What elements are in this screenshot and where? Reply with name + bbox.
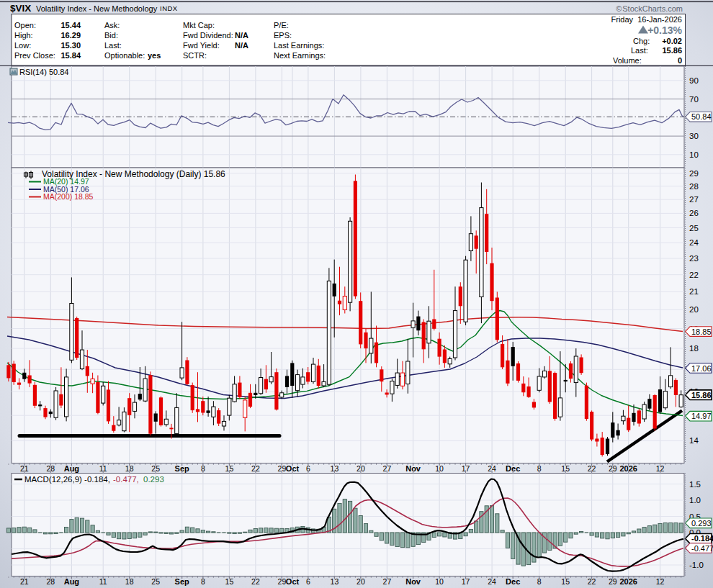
svg-text:15.86: 15.86: [691, 391, 712, 399]
svg-text:+0.02: +0.02: [662, 37, 682, 45]
svg-text:-0.184: -0.184: [691, 534, 713, 543]
svg-text:© StockCharts.com: © StockCharts.com: [616, 4, 683, 13]
svg-text:-1.0: -1.0: [689, 561, 704, 569]
svg-text:$VIX: $VIX: [10, 3, 31, 14]
svg-text:70: 70: [689, 95, 699, 104]
svg-text:22: 22: [689, 271, 699, 279]
svg-text:Volatility Index - New Methodo: Volatility Index - New Methodology: [36, 4, 158, 13]
svg-text:Ask:: Ask:: [104, 21, 120, 30]
svg-text:Bid:: Bid:: [104, 31, 118, 40]
svg-text:Last:: Last:: [104, 41, 122, 50]
svg-text:16.29: 16.29: [60, 31, 81, 40]
svg-text:-0.477: -0.477: [691, 544, 713, 553]
svg-text:MA(200) 18.85: MA(200) 18.85: [43, 192, 94, 201]
svg-text:15.86: 15.86: [662, 46, 682, 55]
svg-text:N/A: N/A: [235, 31, 248, 40]
svg-text:INDX: INDX: [160, 4, 178, 12]
svg-text:21: 21: [689, 287, 699, 296]
svg-text:29: 29: [689, 169, 699, 178]
svg-text:15.44: 15.44: [60, 21, 81, 30]
svg-text:23: 23: [689, 254, 699, 263]
svg-text:10: 10: [689, 150, 699, 159]
svg-text:RSI(14) 50.84: RSI(14) 50.84: [19, 68, 68, 76]
svg-text:EPS:: EPS:: [274, 31, 292, 40]
svg-text:Fwd Dividend:: Fwd Dividend:: [183, 31, 233, 40]
svg-text:90: 90: [689, 76, 699, 85]
svg-text:50.84: 50.84: [691, 112, 712, 121]
svg-text:Next Earnings:: Next Earnings:: [274, 51, 326, 60]
svg-text:14: 14: [689, 436, 699, 445]
svg-text:25: 25: [689, 224, 699, 232]
svg-text:1.5: 1.5: [689, 480, 701, 489]
svg-text:0.293: 0.293: [143, 475, 164, 484]
svg-text:0: 0: [678, 56, 682, 65]
svg-text:P/E:: P/E:: [274, 21, 289, 30]
svg-text:Friday 16-Jan-2026: Friday 16-Jan-2026: [611, 15, 682, 24]
svg-text:28: 28: [689, 182, 699, 191]
svg-text:20: 20: [689, 305, 699, 314]
svg-text:26: 26: [689, 209, 699, 217]
svg-text:Fwd Yield:: Fwd Yield:: [183, 41, 220, 50]
svg-text:Chg:: Chg:: [633, 37, 650, 45]
svg-text:18.85: 18.85: [691, 327, 712, 336]
svg-text:Mkt Cap:: Mkt Cap:: [183, 21, 215, 30]
svg-text:15.84: 15.84: [60, 51, 81, 60]
svg-text:1.0: 1.0: [689, 496, 701, 505]
svg-text:27: 27: [689, 195, 699, 204]
svg-text:Prev Close:: Prev Close:: [14, 51, 55, 60]
svg-text:SCTR:: SCTR:: [183, 51, 207, 60]
svg-text:Low:: Low:: [14, 41, 31, 50]
svg-text:Optionable:: Optionable:: [104, 51, 145, 60]
svg-text:yes: yes: [148, 51, 161, 60]
svg-text:0.293: 0.293: [691, 519, 712, 528]
svg-text:30: 30: [689, 132, 699, 140]
svg-text:Last:: Last:: [631, 46, 648, 55]
svg-text:Open:: Open:: [14, 21, 36, 30]
svg-text:14.97: 14.97: [691, 412, 712, 420]
svg-text:-0.477,: -0.477,: [113, 475, 139, 484]
svg-text:Last Earnings:: Last Earnings:: [274, 41, 324, 50]
svg-text:N/A: N/A: [235, 41, 248, 50]
svg-text:24: 24: [689, 238, 699, 247]
svg-text:17.06: 17.06: [691, 364, 712, 373]
svg-text:+0.13%: +0.13%: [647, 24, 682, 36]
svg-text:High:: High:: [14, 31, 33, 40]
svg-text:18: 18: [689, 344, 699, 353]
svg-text:MACD(12,26,9) -0.184,: MACD(12,26,9) -0.184,: [24, 475, 110, 484]
svg-text:15.30: 15.30: [60, 41, 81, 50]
svg-text:Volume:: Volume:: [613, 56, 642, 65]
